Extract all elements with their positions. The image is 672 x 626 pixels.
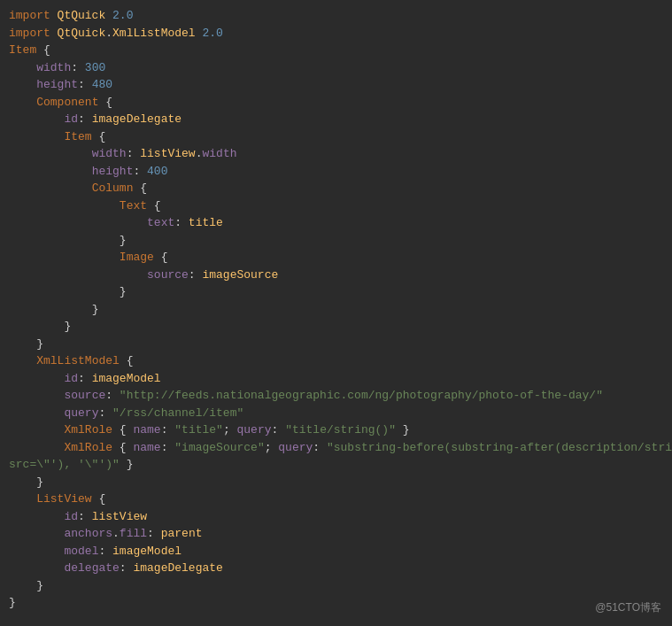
code-line: id: listView [9,508,663,526]
code-line: Text { [9,197,663,215]
code-line: delegate: imageDelegate [9,560,663,577]
code-line: } [9,577,663,595]
code-line: } [9,301,663,319]
code-line: } [9,594,663,612]
code-line: anchors.fill: parent [9,525,663,543]
code-line: height: 480 [9,76,663,94]
code-line: import QtQuick 2.0 [9,7,663,25]
code-line: src=\"'), '\"')" } [9,456,663,474]
code-line: } [9,283,663,301]
code-line: Image { [9,249,663,267]
watermark: @51CTO博客 [595,599,661,615]
code-line: } [9,232,663,250]
code-line: } [9,318,663,336]
code-line: width: listView.width [9,145,663,163]
code-line: id: imageDelegate [9,111,663,128]
code-line: query: "/rss/channel/item" [9,405,663,422]
code-line: id: imageModel [9,370,663,388]
code-line: } [9,474,663,491]
code-line: source: imageSource [9,267,663,284]
code-line: import QtQuick.XmlListModel 2.0 [9,25,663,43]
code-line: Item { [9,42,663,59]
code-line: width: 300 [9,59,663,77]
code-editor: import QtQuick 2.0import QtQuick.XmlList… [0,0,672,626]
code-line: source: "http://feeds.nationalgeographic… [9,387,663,405]
code-line: } [9,336,663,353]
code-line: XmlRole { name: "title"; query: "title/s… [9,421,663,439]
code-line: Column { [9,180,663,197]
code-line: model: imageModel [9,543,663,560]
code-line: height: 400 [9,163,663,181]
code-line: Item { [9,128,663,146]
code-line: XmlRole { name: "imageSource"; query: "s… [9,439,663,457]
code-line: ListView { [9,491,663,508]
code-line: Component { [9,94,663,112]
code-line: text: title [9,214,663,232]
code-line: XmlListModel { [9,352,663,370]
